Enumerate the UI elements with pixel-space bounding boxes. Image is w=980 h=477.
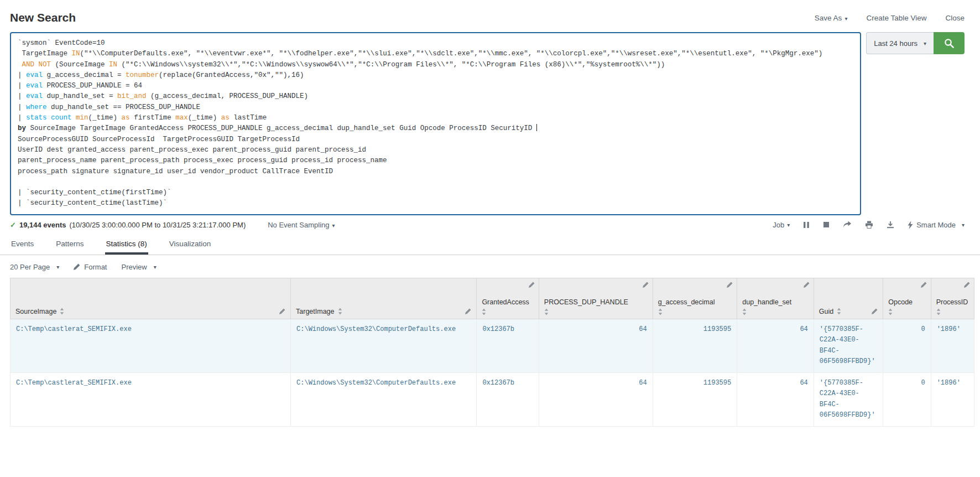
- cell-process_dup_handle[interactable]: 64: [539, 372, 653, 426]
- pencil-icon: [74, 263, 80, 270]
- sort-icon[interactable]: [742, 308, 747, 315]
- cell-targetimage[interactable]: C:\Windows\System32\ComputerDefaults.exe: [291, 372, 477, 426]
- search-icon: [944, 38, 955, 49]
- edit-column-icon[interactable]: [465, 308, 471, 314]
- cell-targetimage[interactable]: C:\Windows\System32\ComputerDefaults.exe: [291, 319, 477, 372]
- stop-job-button[interactable]: [823, 221, 830, 228]
- save-as-button[interactable]: Save As▾: [815, 14, 848, 22]
- cell-sourceimage[interactable]: C:\Temp\castlerat_SEMIFIX.exe: [11, 372, 291, 426]
- top-bar: New Search Save As▾ Create Table View Cl…: [0, 0, 980, 32]
- column-header-sourceimage[interactable]: SourceImage: [11, 278, 291, 319]
- column-header-guid[interactable]: Guid: [814, 278, 883, 319]
- column-header-dup_handle_set[interactable]: dup_handle_set: [737, 278, 814, 319]
- edit-column-icon[interactable]: [529, 282, 535, 288]
- results-tabs: Events Patterns Statistics (8) Visualiza…: [0, 234, 980, 255]
- search-bar: `sysmon` EventCode=10 TargetImage IN("*\…: [0, 32, 980, 215]
- lightning-bolt-icon: [908, 221, 913, 229]
- event-count: 19,144 events: [19, 221, 66, 229]
- search-mode-selector[interactable]: Smart Mode▾: [908, 221, 965, 229]
- cell-guid[interactable]: '{5770385F-C22A-43E0-BF4C-06F5698FFBD9}': [814, 319, 883, 372]
- tab-patterns[interactable]: Patterns: [55, 234, 85, 255]
- statistics-table: SourceImageTargetImageGrantedAccessPROCE…: [10, 278, 974, 427]
- job-bar: ✓ 19,144 events (10/30/25 3:00:00.000 PM…: [0, 215, 980, 234]
- cell-opcode[interactable]: 0: [883, 372, 931, 426]
- table-toolbar: 20 Per Page▾ Format Preview▾: [0, 255, 980, 278]
- text-cursor: [536, 124, 538, 131]
- cell-g_access_decimal[interactable]: 1193595: [653, 372, 737, 426]
- chevron-down-icon: ▾: [924, 40, 926, 46]
- print-icon: [865, 221, 873, 229]
- share-job-button[interactable]: [843, 221, 852, 229]
- sort-icon[interactable]: [888, 308, 893, 315]
- stop-icon: [823, 221, 830, 228]
- chevron-down-icon: ▾: [787, 222, 790, 228]
- share-icon: [843, 221, 852, 229]
- chevron-down-icon: ▾: [56, 264, 59, 270]
- chevron-down-icon: ▾: [962, 222, 965, 228]
- search-button[interactable]: [934, 32, 965, 54]
- sort-icon[interactable]: [338, 308, 342, 315]
- column-header-process_dup_handle[interactable]: PROCESS_DUP_HANDLE: [539, 278, 653, 319]
- preview-dropdown[interactable]: Preview▾: [121, 263, 156, 271]
- table-header-row: SourceImageTargetImageGrantedAccessPROCE…: [11, 278, 974, 319]
- page-title: New Search: [10, 11, 76, 24]
- chevron-down-icon: ▾: [154, 264, 157, 270]
- cell-process_dup_handle[interactable]: 64: [539, 319, 653, 372]
- search-query-input[interactable]: `sysmon` EventCode=10 TargetImage IN("*\…: [10, 32, 861, 215]
- table-row: C:\Temp\castlerat_SEMIFIX.exeC:\Windows\…: [11, 372, 974, 426]
- tab-visualization[interactable]: Visualization: [168, 234, 212, 255]
- check-icon: ✓: [10, 221, 16, 229]
- edit-column-icon[interactable]: [921, 282, 927, 288]
- per-page-dropdown[interactable]: 20 Per Page▾: [10, 263, 59, 271]
- close-button[interactable]: Close: [945, 14, 965, 22]
- edit-column-icon[interactable]: [804, 282, 810, 288]
- download-icon: [887, 221, 894, 229]
- chevron-down-icon: ▾: [845, 15, 847, 22]
- pause-icon: [803, 221, 810, 229]
- event-time-range: (10/30/25 3:00:00.000 PM to 10/31/25 3:2…: [69, 221, 246, 229]
- cell-processid[interactable]: '1896': [931, 319, 974, 372]
- edit-column-icon[interactable]: [279, 308, 285, 314]
- cell-processid[interactable]: '1896': [931, 372, 974, 426]
- tab-statistics[interactable]: Statistics (8): [105, 234, 148, 255]
- cell-sourceimage[interactable]: C:\Temp\castlerat_SEMIFIX.exe: [11, 319, 291, 372]
- table-row: C:\Temp\castlerat_SEMIFIX.exeC:\Windows\…: [11, 319, 974, 372]
- print-job-button[interactable]: [865, 221, 873, 229]
- time-range-picker[interactable]: Last 24 hours▾: [866, 32, 934, 54]
- edit-column-icon[interactable]: [727, 282, 733, 288]
- sort-icon[interactable]: [544, 308, 549, 315]
- edit-column-icon[interactable]: [872, 308, 878, 314]
- sort-icon[interactable]: [936, 308, 941, 315]
- cell-g_access_decimal[interactable]: 1193595: [653, 319, 737, 372]
- format-button[interactable]: Format: [74, 263, 107, 271]
- cell-guid[interactable]: '{5770385F-C22A-43E0-BF4C-06F5698FFBD9}': [814, 372, 883, 426]
- sort-icon[interactable]: [658, 308, 663, 315]
- cell-opcode[interactable]: 0: [883, 319, 931, 372]
- create-table-view-button[interactable]: Create Table View: [866, 14, 926, 22]
- cell-dup_handle_set[interactable]: 64: [737, 372, 814, 426]
- column-header-grantedaccess[interactable]: GrantedAccess: [477, 278, 539, 319]
- chevron-down-icon: ▾: [332, 222, 335, 229]
- edit-column-icon[interactable]: [964, 282, 970, 288]
- cell-grantedaccess[interactable]: 0x12367b: [477, 372, 539, 426]
- tab-events[interactable]: Events: [10, 234, 35, 255]
- column-header-opcode[interactable]: Opcode: [883, 278, 931, 319]
- edit-column-icon[interactable]: [643, 282, 649, 288]
- sort-icon[interactable]: [60, 308, 64, 315]
- column-header-processid[interactable]: ProcessID: [931, 278, 974, 319]
- export-job-button[interactable]: [887, 221, 894, 229]
- event-sampling-dropdown[interactable]: No Event Sampling▾: [268, 221, 335, 229]
- column-header-targetimage[interactable]: TargetImage: [291, 278, 477, 319]
- column-header-g_access_decimal[interactable]: g_access_decimal: [653, 278, 737, 319]
- cell-dup_handle_set[interactable]: 64: [737, 319, 814, 372]
- job-menu-button[interactable]: Job▾: [773, 221, 790, 229]
- pause-job-button[interactable]: [803, 221, 810, 229]
- cell-grantedaccess[interactable]: 0x12367b: [477, 319, 539, 372]
- sort-icon[interactable]: [482, 308, 486, 315]
- sort-icon[interactable]: [837, 308, 841, 315]
